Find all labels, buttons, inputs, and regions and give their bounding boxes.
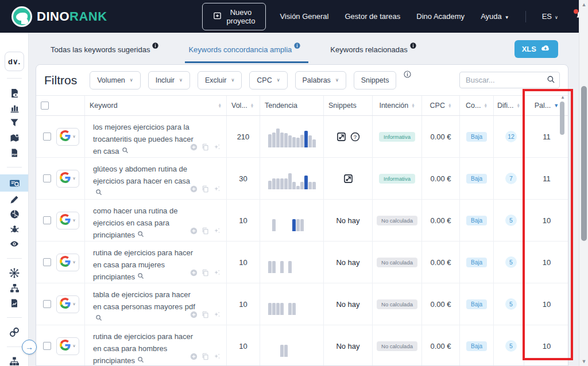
ai-suggest-icon[interactable] bbox=[213, 269, 220, 277]
ai-suggest-icon[interactable] bbox=[213, 353, 220, 360]
sidebar-item-doc-eye[interactable] bbox=[0, 85, 29, 100]
sidebar-item-funnel[interactable] bbox=[0, 115, 29, 130]
sort-icon[interactable]: ▲▼ bbox=[250, 103, 254, 108]
filter-dropdown-cpc[interactable]: CPC∨ bbox=[249, 71, 287, 89]
column-header-cpc[interactable]: CPC▲▼ bbox=[422, 96, 460, 115]
sidebar-item-spider[interactable] bbox=[0, 221, 29, 236]
column-header-intencion[interactable]: Intención▲▼ bbox=[373, 96, 422, 115]
add-keyword-icon[interactable] bbox=[190, 227, 198, 235]
row-checkbox[interactable] bbox=[43, 300, 51, 308]
snippet-featured-icon[interactable] bbox=[336, 132, 346, 142]
sidebar-collapsed-logo[interactable]: d∨. bbox=[5, 52, 24, 71]
copy-keyword-icon[interactable] bbox=[202, 227, 209, 235]
filter-dropdown-incluir[interactable]: Incluir∨ bbox=[148, 71, 190, 89]
sidebar-item-kw-research[interactable] bbox=[0, 174, 29, 192]
google-selector-button[interactable]: ∨ bbox=[56, 170, 79, 188]
new-project-button[interactable]: Nuevo proyecto bbox=[202, 3, 266, 30]
filter-dropdown-excluir[interactable]: Excluir∨ bbox=[198, 71, 242, 89]
google-selector-button[interactable]: ∨ bbox=[56, 337, 79, 355]
keyword-search-icon[interactable] bbox=[137, 355, 144, 366]
table-scrollbar-thumb[interactable] bbox=[560, 102, 564, 135]
sidebar-item-map-pin[interactable] bbox=[0, 130, 29, 145]
info-icon[interactable] bbox=[410, 42, 416, 49]
nav-link-dino-academy[interactable]: Dino Academy bbox=[416, 12, 465, 21]
keyword-search-icon[interactable] bbox=[137, 271, 144, 283]
sidebar-item-tree[interactable] bbox=[0, 354, 29, 366]
keyword-search-icon[interactable] bbox=[95, 188, 102, 200]
sidebar-expand-button[interactable]: → bbox=[22, 340, 37, 355]
copy-keyword-icon[interactable] bbox=[202, 185, 209, 193]
sidebar-item-link[interactable] bbox=[0, 325, 29, 340]
info-icon[interactable] bbox=[152, 42, 158, 49]
filter-snippets-button[interactable]: Snippets bbox=[354, 71, 397, 89]
row-checkbox[interactable] bbox=[43, 216, 51, 224]
keyword-search-icon[interactable] bbox=[137, 229, 144, 242]
table-scroll-up-arrow[interactable]: ▲ bbox=[560, 95, 565, 100]
sidebar-item-sitemap[interactable] bbox=[0, 281, 29, 295]
row-checkbox[interactable] bbox=[43, 342, 51, 350]
sidebar-item-bar-chart[interactable] bbox=[0, 100, 29, 115]
nav-link-vision-general[interactable]: Visión General bbox=[280, 12, 328, 21]
copy-keyword-icon[interactable] bbox=[202, 143, 209, 151]
column-header-dificultad[interactable]: Difi...▲▼ bbox=[494, 96, 524, 115]
filter-dropdown-volumen[interactable]: Volumen∨ bbox=[90, 71, 141, 89]
row-checkbox[interactable] bbox=[43, 174, 51, 182]
row-checkbox[interactable] bbox=[43, 133, 51, 141]
sort-icon[interactable]: ▲▼ bbox=[411, 103, 415, 108]
language-selector[interactable]: ES∨ bbox=[542, 12, 558, 21]
copy-keyword-icon[interactable] bbox=[202, 353, 209, 360]
row-actions bbox=[190, 143, 220, 151]
column-header-volumen[interactable]: Vol...▲▼ bbox=[227, 96, 260, 115]
sidebar-item-pencil[interactable] bbox=[0, 192, 29, 207]
sidebar-item-pie[interactable] bbox=[0, 207, 29, 221]
nav-link-gestor-tareas[interactable]: Gestor de tareas bbox=[345, 12, 400, 21]
ai-suggest-icon[interactable] bbox=[213, 185, 220, 193]
search-icon[interactable] bbox=[547, 75, 555, 86]
snippet-featured-icon[interactable] bbox=[343, 174, 353, 184]
sort-desc-icon[interactable]: ▼ bbox=[554, 103, 559, 108]
search-input[interactable] bbox=[459, 72, 560, 88]
add-keyword-icon[interactable] bbox=[190, 269, 198, 277]
add-keyword-icon[interactable] bbox=[190, 311, 198, 318]
sort-icon[interactable]: ▲▼ bbox=[517, 103, 520, 108]
add-keyword-icon[interactable] bbox=[190, 143, 198, 151]
sort-icon[interactable]: ▲▼ bbox=[218, 103, 222, 108]
copy-keyword-icon[interactable] bbox=[202, 311, 209, 318]
export-xls-button[interactable]: XLS bbox=[514, 40, 558, 58]
sort-icon[interactable]: ▲▼ bbox=[448, 103, 451, 108]
scroll-down-arrow[interactable]: ▼ bbox=[579, 359, 588, 364]
select-all-checkbox[interactable] bbox=[41, 102, 49, 110]
copy-keyword-icon[interactable] bbox=[202, 269, 209, 277]
google-selector-button[interactable]: ∨ bbox=[56, 128, 79, 146]
snippet-question-icon[interactable]: ? bbox=[350, 132, 360, 142]
page-scrollbar-thumb[interactable] bbox=[581, 86, 587, 241]
column-header-keyword[interactable]: Keyword▲▼ bbox=[85, 96, 227, 115]
ai-suggest-icon[interactable] bbox=[213, 227, 220, 235]
filter-dropdown-palabras[interactable]: Palabras∨ bbox=[295, 71, 346, 89]
info-icon[interactable] bbox=[404, 70, 411, 80]
sidebar-item-pdf[interactable]: PDF bbox=[0, 145, 29, 160]
info-icon[interactable] bbox=[294, 42, 300, 49]
google-selector-button[interactable]: ∨ bbox=[56, 254, 79, 271]
tab-todas-keywords[interactable]: Todas las keywords sugeridas bbox=[51, 45, 158, 63]
tab-concordancia-amplia[interactable]: Keywords concordancia amplia bbox=[188, 45, 300, 63]
column-header-concurrencia[interactable]: Co...▲▼ bbox=[460, 96, 494, 115]
keyword-search-icon[interactable] bbox=[95, 313, 102, 325]
nav-menu-ayuda[interactable]: Ayuda▼ bbox=[481, 12, 509, 21]
sidebar-item-eye[interactable] bbox=[0, 236, 29, 251]
ai-suggest-icon[interactable] bbox=[213, 311, 220, 318]
add-keyword-icon[interactable] bbox=[190, 185, 198, 193]
dinorank-logo[interactable]: DINORANK bbox=[11, 6, 107, 27]
row-checkbox[interactable] bbox=[43, 258, 51, 266]
google-selector-button[interactable]: ∨ bbox=[56, 212, 79, 229]
ai-suggest-icon[interactable] bbox=[213, 143, 220, 151]
sort-icon[interactable]: ▲▼ bbox=[483, 103, 487, 108]
tab-keywords-relacionadas[interactable]: Keywords relacionadas bbox=[330, 45, 416, 63]
scroll-up-arrow[interactable]: ▲ bbox=[579, 2, 588, 7]
sidebar-item-doc-chart[interactable] bbox=[0, 295, 29, 310]
page-scrollbar[interactable]: ▲ ▼ bbox=[579, 0, 588, 366]
sidebar-item-hub[interactable] bbox=[0, 266, 29, 281]
keyword-search-icon[interactable] bbox=[122, 146, 129, 158]
google-selector-button[interactable]: ∨ bbox=[56, 295, 79, 313]
add-keyword-icon[interactable] bbox=[190, 353, 198, 360]
